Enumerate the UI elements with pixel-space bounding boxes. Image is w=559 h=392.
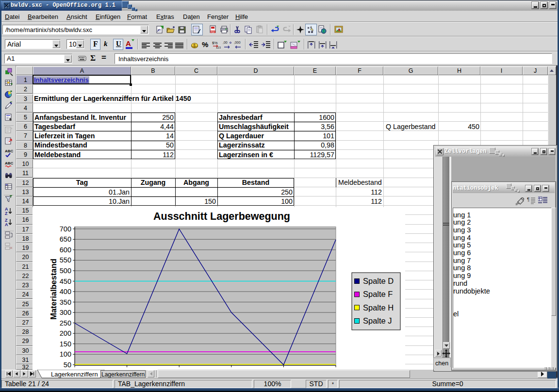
svg-text:50: 50 [64,361,71,369]
svg-text:250: 250 [60,319,71,327]
svg-text:,00: ,00 [223,41,228,44]
svg-text:,000: ,000 [234,41,241,44]
svg-text:Spalte J: Spalte J [363,316,392,325]
svg-text:ABC: ABC [5,149,13,153]
svg-text:400: 400 [60,288,71,295]
svg-text:200: 200 [60,329,71,337]
svg-text:450: 450 [60,278,71,285]
svg-text:150: 150 [60,340,71,348]
svg-text:¶: ¶ [527,197,529,202]
svg-text:100: 100 [60,350,71,358]
svg-text:A: A [5,222,8,227]
svg-text:Z: Z [5,211,8,215]
svg-text:Spalte F: Spalte F [363,290,393,298]
svg-text:123: 123 [216,46,221,49]
svg-text:Spalte D: Spalte D [363,277,394,285]
svg-text:Materialbestand: Materialbestand [49,259,58,320]
svg-text:600: 600 [60,246,71,254]
svg-text:ABC: ABC [5,161,13,165]
svg-text:650: 650 [60,235,71,243]
svg-text:$: $ [193,43,196,48]
svg-text:$%: $% [212,41,218,45]
svg-text:500: 500 [60,267,71,275]
svg-text:Ausschnitt Lagerbewegung: Ausschnitt Lagerbewegung [153,211,290,222]
svg-text:PDF: PDF [211,31,215,33]
svg-text:700: 700 [60,225,71,233]
svg-text:350: 350 [60,298,71,306]
svg-text:550: 550 [60,256,71,264]
svg-text:300: 300 [60,309,71,316]
svg-text:Spalte H: Spalte H [363,303,394,312]
